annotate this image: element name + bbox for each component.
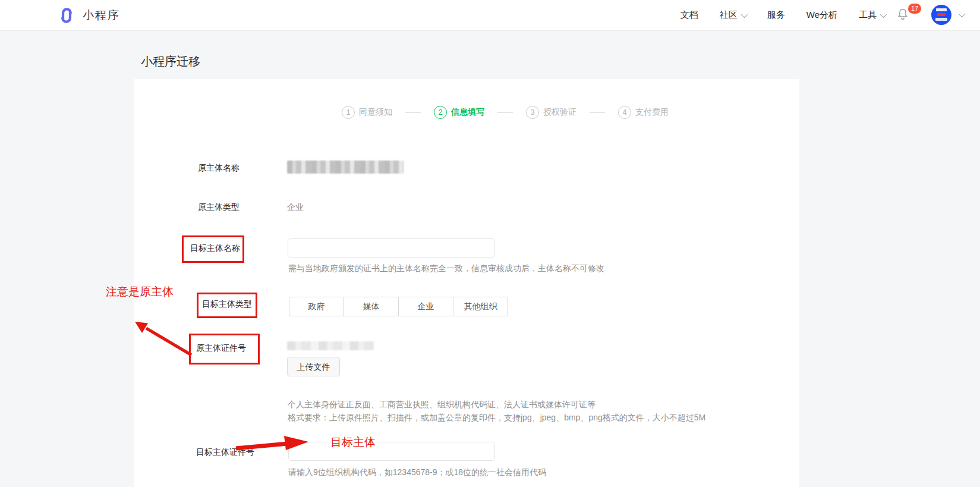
annotation-box-original-id-label <box>189 334 260 365</box>
type-option-media[interactable]: 媒体 <box>344 297 398 316</box>
migration-form-card: 1 同意须知 2 信息填写 3 授权验证 4 支付费用 原主体名称 原主体类型 <box>134 79 799 487</box>
avatar-decoration <box>936 8 947 11</box>
step-authorize-verify: 3 授权验证 <box>526 106 576 119</box>
avatar[interactable] <box>931 5 951 25</box>
chevron-down-icon <box>880 11 887 17</box>
target-entity-type-selector: 政府 媒体 企业 其他组织 <box>289 297 508 316</box>
original-entity-id-redacted-value <box>287 341 374 350</box>
nav-item-community[interactable]: 社区 <box>720 10 746 21</box>
top-navbar: 小程序 文档 社区 服务 We分析 工具 17 <box>0 0 980 31</box>
step-connector <box>405 112 421 113</box>
step-pay-fee: 4 支付费用 <box>618 106 669 119</box>
avatar-decoration <box>937 13 946 16</box>
page-title: 小程序迁移 <box>141 54 200 70</box>
target-entity-id-input[interactable] <box>288 442 495 461</box>
annotation-note-target-entity: 目标主体 <box>330 435 376 450</box>
label-target-entity-id: 目标主体证件号 <box>196 446 254 458</box>
type-option-government[interactable]: 政府 <box>289 297 344 316</box>
nav-item-weanalyse[interactable]: We分析 <box>806 10 837 21</box>
stepper: 1 同意须知 2 信息填写 3 授权验证 4 支付费用 <box>342 106 669 119</box>
notification-count-badge: 17 <box>908 4 921 14</box>
label-original-entity-name: 原主体名称 <box>198 162 240 174</box>
annotation-note-original-entity: 注意是原主体 <box>106 284 174 300</box>
annotation-box-target-type-label <box>197 293 257 318</box>
step-fill-info-active: 2 信息填写 <box>434 106 484 119</box>
page: 小程序 文档 社区 服务 We分析 工具 17 小程序迁移 <box>0 0 980 487</box>
brand-name: 小程序 <box>83 8 120 23</box>
upload-file-button[interactable]: 上传文件 <box>287 357 340 376</box>
notifications-button[interactable]: 17 <box>896 7 916 25</box>
annotation-box-target-name-label <box>182 235 244 263</box>
type-option-enterprise[interactable]: 企业 <box>398 297 453 316</box>
brand[interactable]: 小程序 <box>56 5 120 26</box>
nav-item-tools[interactable]: 工具 <box>859 10 885 21</box>
target-entity-name-help: 需与当地政府颁发的证书上的主体名称完全一致，信息审核成功后，主体名称不可修改 <box>288 262 604 275</box>
step-agree-notice: 1 同意须知 <box>342 106 392 119</box>
original-entity-name-redacted-value <box>287 161 404 174</box>
nav-item-services[interactable]: 服务 <box>767 10 785 21</box>
chevron-down-icon <box>741 11 748 17</box>
target-entity-id-help: 请输入9位组织机构代码，如12345678-9；或18位的统一社会信用代码 <box>288 466 546 479</box>
certificate-help-line2: 格式要求：上传原件照片、扫描件，或加盖公章的复印件，支持jpg、jpeg、bmp… <box>288 411 705 424</box>
label-original-entity-type: 原主体类型 <box>198 201 240 213</box>
certificate-help-line1: 个人主体身份证正反面、工商营业执照、组织机构代码证、法人证书或媒体许可证等 <box>288 398 595 411</box>
avatar-decoration <box>935 18 947 21</box>
nav-item-docs[interactable]: 文档 <box>680 10 698 21</box>
miniprogram-logo-icon <box>56 5 77 26</box>
type-option-other-org[interactable]: 其他组织 <box>453 297 508 316</box>
account-chevron-down-icon[interactable] <box>959 11 965 17</box>
step-connector <box>590 112 605 113</box>
step-connector <box>497 112 513 113</box>
top-nav-menu: 文档 社区 服务 We分析 工具 <box>680 0 885 30</box>
target-entity-name-input[interactable] <box>288 238 495 257</box>
original-entity-type-value: 企业 <box>287 201 304 213</box>
